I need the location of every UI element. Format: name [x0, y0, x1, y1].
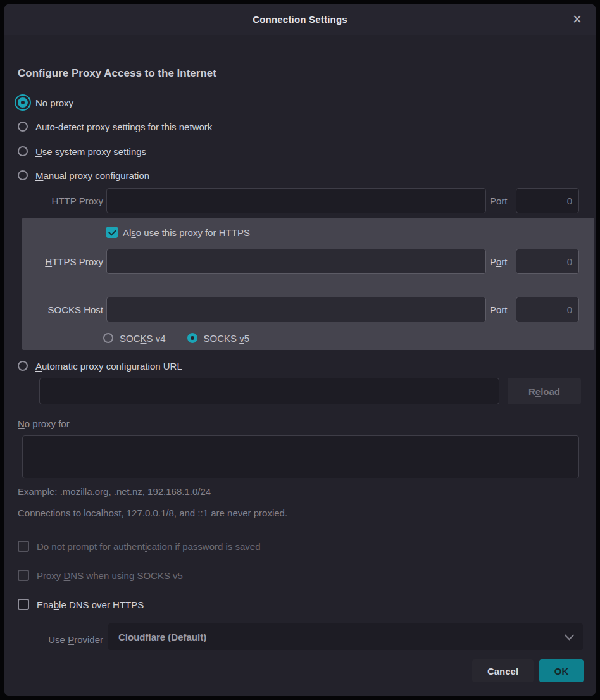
dialog-titlebar: Connection Settings ✕ — [4, 4, 596, 35]
socks-port-input[interactable] — [516, 297, 579, 322]
radio-icon-socks-v4[interactable] — [103, 333, 113, 343]
checkbox-icon-no-prompt-auth[interactable] — [18, 541, 29, 552]
checkbox-icon-also-https[interactable] — [106, 227, 118, 238]
also-https-label: Also use this proxy for HTTPS — [123, 227, 250, 238]
socks-host-row: SOCKS Host Port — [22, 296, 579, 323]
radio-row-auto-url[interactable]: Automatic proxy configuration URL — [18, 359, 182, 373]
radio-icon-socks-v5[interactable] — [187, 333, 197, 343]
chevron-down-icon — [565, 630, 575, 640]
doh-provider-value: Cloudflare (Default) — [118, 632, 206, 642]
close-icon[interactable]: ✕ — [568, 10, 586, 28]
socks-host-input[interactable] — [106, 297, 486, 322]
doh-provider-dropdown[interactable]: Cloudflare (Default) — [108, 623, 583, 650]
radio-icon-no-proxy[interactable] — [18, 97, 28, 108]
enable-doh-row[interactable]: Enable DNS over HTTPS — [18, 597, 144, 611]
socks-port-label: Port — [490, 304, 508, 315]
checkbox-icon-proxy-dns[interactable] — [18, 570, 29, 581]
radio-label-socks-v4: SOCKS v4 — [120, 333, 166, 344]
radio-label-auto-url: Automatic proxy configuration URL — [35, 361, 182, 372]
radio-row-no-proxy[interactable]: No proxy — [18, 96, 73, 109]
http-port-input[interactable] — [516, 188, 579, 213]
cancel-button[interactable]: Cancel — [472, 659, 534, 682]
http-port-label: Port — [490, 196, 508, 206]
no-prompt-auth-label: Do not prompt for authentication if pass… — [37, 541, 261, 552]
checkbox-icon-enable-doh[interactable] — [18, 599, 29, 610]
also-https-row[interactable]: Also use this proxy for HTTPS — [106, 225, 250, 239]
radio-icon-system-proxy[interactable] — [18, 146, 28, 156]
https-port-input[interactable] — [516, 249, 579, 274]
https-proxy-row: HTTPS Proxy Port — [22, 248, 579, 275]
radio-icon-auto-detect[interactable] — [18, 122, 28, 132]
socks-version-row: SOCKS v4 SOCKS v5 — [103, 331, 249, 345]
radio-row-system-proxy[interactable]: Use system proxy settings — [18, 144, 146, 158]
ok-button[interactable]: OK — [539, 659, 584, 682]
http-proxy-row: HTTP Proxy Port — [18, 187, 579, 214]
radio-icon-manual-proxy[interactable] — [18, 170, 28, 180]
radio-icon-auto-url[interactable] — [18, 361, 28, 371]
reload-button[interactable]: Reload — [508, 378, 581, 404]
never-proxied-text: Connections to localhost, 127.0.0.1/8, a… — [18, 508, 287, 518]
no-prompt-auth-row[interactable]: Do not prompt for authentication if pass… — [18, 539, 261, 553]
connection-settings-dialog: Connection Settings ✕ Configure Proxy Ac… — [4, 4, 596, 696]
proxy-dns-label: Proxy DNS when using SOCKS v5 — [37, 570, 183, 581]
proxy-dns-row[interactable]: Proxy DNS when using SOCKS v5 — [18, 568, 183, 582]
page-title: Configure Proxy Access to the Internet — [18, 67, 216, 80]
radio-label-socks-v5: SOCKS v5 — [204, 333, 250, 344]
radio-label-auto-detect: Auto-detect proxy settings for this netw… — [35, 122, 212, 132]
auto-url-input[interactable] — [39, 378, 499, 404]
radio-label-no-proxy: No proxy — [35, 97, 73, 108]
https-proxy-label: HTTPS Proxy — [22, 256, 106, 267]
example-text: Example: .mozilla.org, .net.nz, 192.168.… — [18, 486, 211, 497]
radio-row-auto-detect[interactable]: Auto-detect proxy settings for this netw… — [18, 120, 212, 134]
reload-button-label: Reload — [528, 386, 560, 397]
radio-label-system-proxy: Use system proxy settings — [35, 146, 146, 157]
radio-row-manual-proxy[interactable]: Manual proxy configuration — [18, 168, 149, 182]
highlighted-proxy-panel: Also use this proxy for HTTPS HTTPS Prox… — [22, 218, 594, 350]
http-proxy-label: HTTP Proxy — [18, 196, 106, 206]
radio-label-manual-proxy: Manual proxy configuration — [35, 170, 149, 181]
enable-doh-label: Enable DNS over HTTPS — [37, 599, 144, 610]
use-provider-label: Use Provider — [18, 634, 103, 645]
no-proxy-for-label: No proxy for — [18, 418, 70, 429]
no-proxy-for-textarea[interactable] — [22, 435, 579, 478]
dialog-title: Connection Settings — [253, 14, 347, 25]
http-proxy-input[interactable] — [106, 188, 486, 213]
https-proxy-input[interactable] — [106, 249, 486, 274]
socks-host-label: SOCKS Host — [22, 304, 106, 315]
https-port-label: Port — [490, 256, 508, 267]
